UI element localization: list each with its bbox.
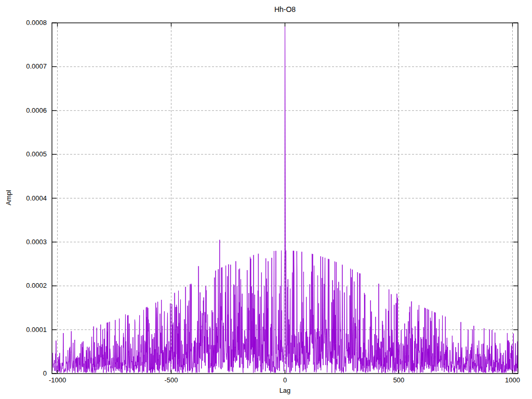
- y-tick-label-8: 0.0008: [0, 19, 47, 27]
- x-tick-label-1: -500: [153, 376, 190, 384]
- y-tick-label-2: 0.0002: [0, 282, 47, 290]
- chart-figure: Hh-O8 Lag Ampl 00.00010.00020.00030.0004…: [0, 0, 532, 399]
- y-tick-label-6: 0.0006: [0, 107, 47, 115]
- y-tick-label-4: 0.0004: [0, 194, 47, 203]
- x-tick-label-3: 500: [380, 376, 417, 384]
- y-tick-label-7: 0.0007: [0, 62, 47, 71]
- x-tick-label-0: -1000: [39, 376, 76, 384]
- y-tick-label-1: 0.0001: [0, 326, 47, 334]
- x-tick-label-4: 1000: [494, 376, 530, 384]
- y-tick-label-3: 0.0003: [0, 238, 47, 246]
- chart-title: Hh-O8: [52, 5, 518, 14]
- data-series-line: [52, 26, 517, 373]
- y-tick-label-5: 0.0005: [0, 150, 47, 158]
- x-tick-label-2: 0: [267, 376, 303, 384]
- plot-canvas: [0, 0, 532, 399]
- x-axis-label: Lag: [52, 387, 518, 394]
